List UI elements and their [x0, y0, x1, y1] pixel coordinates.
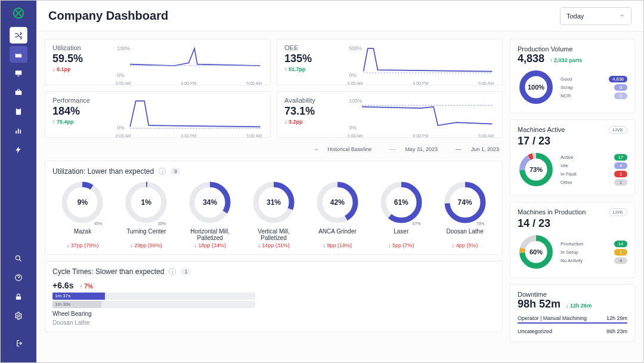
downtime-value: 86h 23m: [606, 328, 627, 334]
rc-title: Machines Active: [518, 126, 565, 133]
machine-delta: ↓ 37pp (79%): [67, 242, 99, 248]
machine-donut[interactable]: 9%45%Mazak↓ 37pp (79%): [52, 180, 113, 248]
machines-production-card[interactable]: Machines in Production LIVE 14 / 23: [510, 202, 635, 278]
sidebar: [1, 1, 36, 362]
stat-row: Active17: [561, 154, 627, 161]
downtime-label: Uncategorized: [518, 328, 552, 334]
machine-name: ANCA Grinder: [318, 228, 356, 241]
info-icon[interactable]: i: [169, 268, 176, 275]
donut-icon: 42%: [315, 180, 360, 224]
rc-delta: ↑ 2,032 parts: [550, 57, 582, 63]
nav-shuffle-icon[interactable]: [10, 27, 27, 44]
machine-delta: ↓ 5pp (7%): [388, 242, 414, 248]
stat-pill: 1: [614, 179, 627, 186]
machine-name: Mazak: [74, 228, 91, 241]
kpi-label: OEE: [284, 44, 338, 51]
nav-search-icon[interactable]: [10, 250, 27, 267]
kpi-sparkline: 0% 6:00 AM6:00 PM5:00 AM: [114, 97, 263, 133]
kpi-grid: Utilization 59.5% ↓ 0.1pp 100% 0% 6:: [45, 39, 503, 138]
kpi-sparkline: 500% 0% 6:00 AM6:00 PM5:00 AM: [346, 44, 495, 80]
stat-pill: 0: [614, 84, 627, 91]
svg-text:500%: 500%: [349, 45, 363, 51]
nav-factory-icon[interactable]: [10, 46, 27, 63]
kpi-performance[interactable]: Performance 184% ↑ 75.4pp 0% 6:00 AM6:00…: [45, 91, 271, 138]
nav-briefcase-icon[interactable]: [10, 84, 27, 101]
stat-label: No Activity: [561, 258, 583, 263]
nav-bolt-icon[interactable]: [10, 141, 27, 158]
kpi-delta: ↑ 51.7pp: [284, 66, 338, 72]
nav-chart-icon[interactable]: [10, 122, 27, 139]
period-select-label: Today: [566, 13, 584, 20]
donut-icon: 100%: [518, 69, 555, 106]
svg-rect-4: [16, 109, 21, 115]
kpi-value: 135%: [284, 53, 338, 65]
kpi-legend: ··· Historical Baseline — May 31, 2023 —…: [45, 144, 503, 155]
stat-row: No Activity4: [561, 257, 627, 264]
downtime-card[interactable]: Downtime 98h 52m ↓ 12h 26m Operator | Ma…: [510, 284, 635, 342]
svg-text:0%: 0%: [349, 72, 357, 78]
production-volume-card[interactable]: Production Volume 4,838 ↑ 2,032 parts 10…: [510, 39, 635, 113]
kpi-label: Availability: [284, 97, 338, 104]
kpi-utilization[interactable]: Utilization 59.5% ↓ 0.1pp 100% 0% 6:: [45, 39, 271, 85]
nav-settings-icon[interactable]: [10, 307, 27, 324]
nav-monitor-icon[interactable]: [10, 65, 27, 82]
stat-pill: 17: [614, 154, 627, 161]
machine-name: Turning Center: [126, 228, 166, 241]
cycle-delta-pct: ↑ 7%: [79, 283, 92, 290]
machine-donut[interactable]: 31%Vertical Mill,Palletized↓ 14pp (31%): [244, 180, 304, 248]
stat-pill: 0: [614, 93, 627, 99]
stat-pill: 4,838: [609, 76, 627, 82]
machine-donut[interactable]: 1%30%Turning Center↓ 29pp (98%): [116, 180, 177, 248]
rc-title: Downtime: [518, 291, 547, 298]
cycle-bar-actual: 1m 37s: [52, 293, 255, 300]
machine-donut[interactable]: 74%78%Doosan Lathe↓ 4pp (5%): [435, 180, 495, 248]
info-icon[interactable]: i: [159, 168, 166, 175]
stat-label: NCR: [561, 93, 571, 99]
svg-rect-2: [17, 76, 20, 76]
svg-rect-6: [16, 131, 17, 134]
live-badge: LIVE: [609, 208, 627, 216]
svg-text:0%: 0%: [349, 125, 357, 131]
donut-icon: 31%: [252, 180, 296, 224]
machine-donut[interactable]: 61%67%Laser↓ 5pp (7%): [371, 180, 431, 248]
svg-rect-1: [16, 70, 22, 75]
kpi-value: 184%: [52, 105, 106, 118]
stat-label: Good: [561, 76, 572, 82]
machine-donut[interactable]: 42%ANCA Grinder↓ 9pp (18%): [307, 180, 367, 248]
machine-name: Vertical Mill,Palletized: [258, 228, 289, 241]
svg-text:0%: 0%: [117, 72, 125, 78]
rc-title: Machines in Production: [518, 208, 586, 216]
downtime-row: Uncategorized86h 23m: [518, 328, 627, 334]
nav-help-icon[interactable]: [10, 269, 27, 286]
svg-point-12: [17, 315, 20, 317]
rc-delta: ↓ 12h 26m: [566, 303, 592, 309]
nav-clipboard-icon[interactable]: [10, 103, 27, 120]
svg-rect-3: [16, 91, 22, 95]
count-badge: 1: [181, 268, 191, 275]
kpi-availability[interactable]: Availability 73.1% ↓ 3.2pp 100% 0% 6: [277, 91, 503, 138]
machines-active-card[interactable]: Machines Active LIVE 17 / 23: [510, 119, 635, 196]
stat-label: Other: [561, 180, 572, 185]
kpi-oee[interactable]: OEE 135% ↑ 51.7pp 500% 0% 6:00 AM6:0: [277, 39, 503, 85]
kpi-value: 73.1%: [284, 105, 338, 118]
donut-icon: 34%: [188, 180, 232, 224]
donut-icon: 73%: [518, 151, 555, 188]
stat-label: Idle: [561, 163, 568, 168]
stat-pill: 4: [614, 162, 627, 169]
nav-lock-icon[interactable]: [10, 288, 27, 305]
machine-delta: ↓ 4pp (5%): [452, 242, 478, 248]
period-select[interactable]: Today: [560, 7, 631, 25]
rc-value: 14 / 23: [518, 217, 627, 230]
stat-row: In Fault1: [561, 171, 627, 177]
stat-pill: 4: [614, 257, 627, 264]
kpi-delta: ↓ 3.2pp: [284, 119, 338, 125]
cycle-machine: Doosan Lathe: [52, 319, 495, 326]
kpi-sparkline: 100% 0% 6:00 AM6:00 PM5:00 AM: [114, 44, 263, 80]
machine-name: Horizontal Mill,Palletized: [190, 228, 230, 241]
machine-donut[interactable]: 34%Horizontal Mill,Palletized↓ 18pp (34%…: [180, 180, 240, 248]
nav-logout-icon[interactable]: [10, 335, 27, 352]
stat-row: Idle4: [561, 162, 627, 169]
stat-label: Production: [561, 241, 583, 247]
kpi-value: 59.5%: [52, 53, 106, 65]
stat-row: In Setup1: [561, 249, 627, 256]
